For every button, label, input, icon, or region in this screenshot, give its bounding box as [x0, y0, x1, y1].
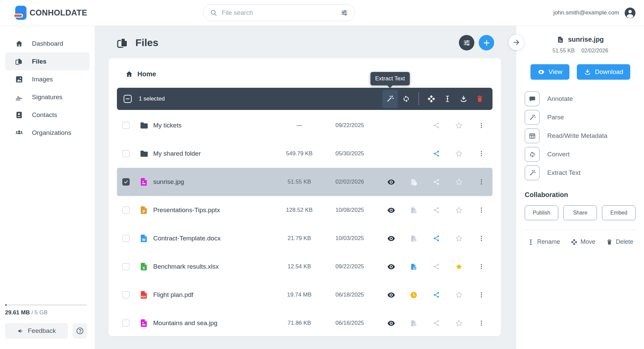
row-menu-button[interactable]: [478, 206, 485, 214]
favorite-button[interactable]: [455, 234, 463, 242]
sidebar-item-images[interactable]: Images: [5, 70, 90, 88]
row-checkbox[interactable]: [122, 122, 130, 129]
sidebar-item-signatures[interactable]: Signatures: [5, 88, 90, 106]
file-name[interactable]: My shared folder: [153, 150, 279, 157]
share-button[interactable]: [433, 291, 440, 299]
panel-action-extract-text[interactable]: Extract Text: [525, 165, 636, 180]
file-name[interactable]: Presentations-Tips.pptx: [153, 206, 279, 214]
panel-action-read-write-metadata[interactable]: Read/Write Metadata: [525, 128, 636, 143]
file-row[interactable]: Mountains and sea.jpg 71.86 KB 06/16/202…: [117, 309, 492, 337]
file-row[interactable]: X Benchmark results.xlsx 12.54 KB 09/22/…: [117, 253, 492, 281]
breadcrumb[interactable]: Home: [125, 69, 492, 79]
download-button[interactable]: Download: [577, 64, 631, 80]
panel-action-read-write-metadata-button[interactable]: [525, 128, 540, 143]
file-row[interactable]: My shared folder 549.79 KB 05/30/2025: [117, 140, 492, 168]
favorite-button[interactable]: [455, 319, 463, 327]
preview-button[interactable]: [387, 263, 395, 271]
share-button[interactable]: [433, 206, 440, 214]
row-menu-button[interactable]: [478, 122, 485, 129]
toolbar-move-button[interactable]: [424, 90, 439, 108]
file-row[interactable]: My tickets — 09/22/2025: [117, 111, 492, 140]
row-menu-button[interactable]: [478, 263, 485, 270]
row-menu-button[interactable]: [478, 178, 485, 186]
file-name[interactable]: Flight plan.pdf: [153, 291, 279, 299]
favorite-button[interactable]: [455, 291, 463, 299]
preview-button[interactable]: [387, 291, 395, 299]
feedback-button[interactable]: Feedback: [5, 323, 68, 339]
op-label: Move: [581, 238, 595, 245]
file-row[interactable]: PDF Flight plan.pdf 19.74 MB 06/18/2025: [117, 281, 492, 309]
file-name[interactable]: Mountains and sea.jpg: [153, 319, 279, 327]
sidebar-item-files[interactable]: Files: [5, 52, 90, 70]
share-button[interactable]: [433, 319, 440, 327]
panel-action-extract-text-button[interactable]: [525, 165, 540, 180]
file-name[interactable]: sunrise.jpg: [153, 178, 279, 186]
file-name[interactable]: Contract-Template.docx: [153, 235, 279, 242]
user-avatar-icon[interactable]: [624, 7, 636, 19]
row-checkbox[interactable]: [122, 263, 130, 270]
view-button[interactable]: View: [530, 64, 569, 80]
view-settings-button[interactable]: [459, 35, 474, 50]
select-all-checkbox[interactable]: [124, 95, 132, 103]
help-button[interactable]: [73, 323, 87, 339]
panel-action-convert[interactable]: Convert: [525, 147, 636, 162]
brand-logo[interactable]: CONHOLDATE: [14, 6, 87, 20]
file-date: 09/22/2025: [319, 122, 380, 129]
row-checkbox[interactable]: [122, 206, 130, 214]
share-button[interactable]: [433, 122, 440, 129]
add-new-button[interactable]: [479, 35, 494, 50]
pdf-file-icon: PDF: [139, 290, 149, 300]
preview-button[interactable]: [387, 206, 395, 215]
row-menu-button[interactable]: [478, 235, 485, 242]
favorite-button[interactable]: [455, 150, 463, 158]
toolbar-download-button[interactable]: [456, 90, 471, 108]
share-button[interactable]: Share: [563, 205, 597, 220]
sidebar-item-contacts[interactable]: Contacts: [5, 106, 90, 124]
move-button[interactable]: Move: [571, 238, 595, 245]
file-row[interactable]: P Presentations-Tips.pptx 128.52 KB 10/0…: [117, 196, 492, 224]
toolbar-rename-button[interactable]: [440, 90, 455, 108]
panel-action-annotate-button[interactable]: [525, 91, 540, 106]
toolbar-delete-button[interactable]: [472, 90, 487, 108]
publish-button[interactable]: Publish: [525, 205, 558, 220]
panel-action-annotate[interactable]: Annotate: [525, 91, 636, 106]
rename-button[interactable]: Rename: [527, 238, 560, 245]
preview-button[interactable]: [387, 178, 395, 186]
row-checkbox[interactable]: [122, 319, 130, 327]
favorite-button[interactable]: [455, 178, 463, 186]
row-menu-button[interactable]: [478, 150, 485, 157]
toolbar-convert-button[interactable]: [398, 90, 414, 108]
preview-button[interactable]: [387, 234, 395, 243]
delete-button[interactable]: Delete: [606, 238, 633, 245]
row-menu-button[interactable]: [478, 319, 485, 327]
move-icon: [427, 95, 435, 103]
share-button[interactable]: [433, 235, 440, 242]
collapse-panel-button[interactable]: [509, 35, 524, 50]
panel-action-parse-button[interactable]: [525, 110, 540, 125]
file-row[interactable]: sunrise.jpg 51.55 KB 02/02/2026: [117, 168, 492, 196]
panel-action-parse[interactable]: Parse: [525, 110, 636, 125]
file-row[interactable]: W Contract-Template.docx 21.79 KB 10/03/…: [117, 224, 492, 253]
row-menu-button[interactable]: [478, 291, 485, 299]
share-button[interactable]: [433, 178, 440, 186]
preview-button[interactable]: [387, 319, 395, 327]
embed-button[interactable]: Embed: [602, 205, 636, 220]
toolbar-extract-text-button[interactable]: Extract Text: [382, 90, 398, 108]
panel-action-convert-button[interactable]: [525, 147, 540, 162]
row-checkbox[interactable]: [122, 291, 130, 299]
share-button[interactable]: [433, 150, 440, 157]
row-checkbox[interactable]: [122, 235, 130, 242]
sidebar-item-dashboard[interactable]: Dashboard: [5, 35, 90, 52]
panel-action-label: Annotate: [547, 95, 573, 103]
file-name[interactable]: My tickets: [153, 122, 279, 129]
sidebar-item-organizations[interactable]: Organizations: [5, 124, 90, 142]
row-checkbox[interactable]: [122, 150, 130, 157]
search-input[interactable]: [222, 9, 336, 16]
share-button[interactable]: [433, 263, 440, 270]
row-checkbox[interactable]: [122, 178, 130, 186]
favorite-button[interactable]: [455, 121, 463, 129]
search-filters-icon[interactable]: [341, 9, 348, 16]
favorite-button[interactable]: [455, 206, 463, 214]
file-name[interactable]: Benchmark results.xlsx: [153, 263, 279, 270]
favorite-button[interactable]: [455, 263, 463, 271]
